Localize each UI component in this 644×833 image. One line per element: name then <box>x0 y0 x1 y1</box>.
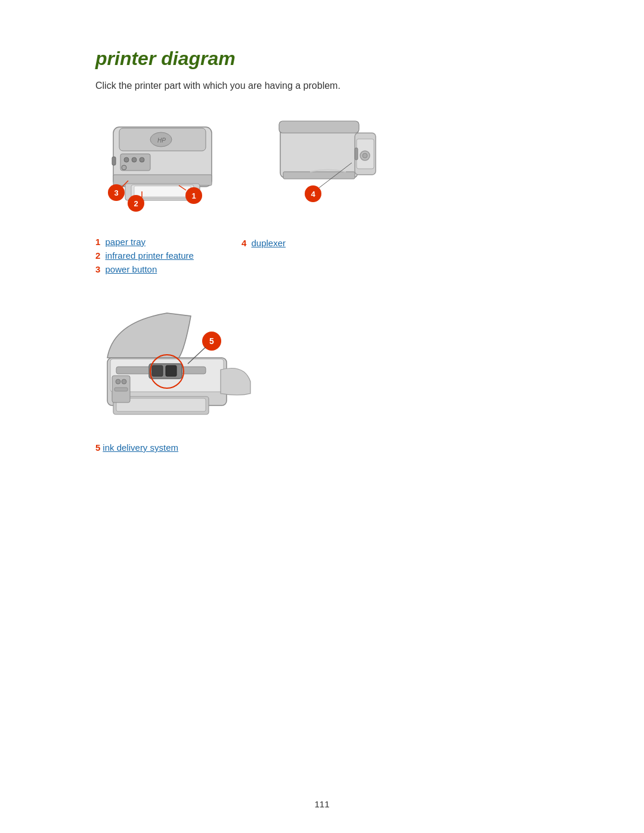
labels-right: 4 duplexer <box>242 237 286 274</box>
infrared-feature-link[interactable]: infrared printer feature <box>106 250 194 261</box>
svg-rect-46 <box>114 388 128 391</box>
svg-point-8 <box>122 165 126 170</box>
page-title: printer diagram <box>95 48 549 70</box>
svg-point-45 <box>122 379 126 384</box>
page-number: 111 <box>314 799 329 809</box>
svg-rect-40 <box>152 366 163 376</box>
svg-point-29 <box>363 153 367 158</box>
label-item-3: 3 power button <box>95 264 194 274</box>
printer-open-diagram: 5 <box>95 304 262 432</box>
svg-point-7 <box>140 157 144 162</box>
svg-text:HP: HP <box>157 137 166 144</box>
svg-text:1: 1 <box>191 191 196 200</box>
duplexer-link[interactable]: duplexer <box>251 238 286 248</box>
paper-tray-link[interactable]: paper tray <box>106 237 146 247</box>
printer-side-diagram: 4 <box>262 115 388 207</box>
printer-front-svg: HP 3 <box>95 115 227 216</box>
svg-rect-41 <box>166 366 177 376</box>
svg-rect-25 <box>283 172 355 179</box>
diagrams-top-row: HP 3 <box>95 115 549 219</box>
labels-left: 1 paper tray 2 infrared printer feature … <box>95 237 194 274</box>
printer-open-svg: 5 <box>95 304 262 429</box>
svg-text:3: 3 <box>114 188 118 197</box>
label-item-1: 1 paper tray <box>95 237 194 247</box>
svg-rect-30 <box>355 148 358 160</box>
label-item-5: 5 ink delivery system <box>95 442 549 453</box>
label-item-4: 4 duplexer <box>242 238 286 248</box>
svg-point-5 <box>124 157 129 162</box>
labels-section: 1 paper tray 2 infrared printer feature … <box>95 237 549 274</box>
printer-side-svg: 4 <box>262 115 388 205</box>
page-subtitle: Click the printer part with which you ar… <box>95 80 549 91</box>
printer-front-diagram: HP 3 <box>95 115 227 219</box>
power-button-link[interactable]: power button <box>106 264 157 274</box>
svg-rect-13 <box>112 157 116 165</box>
ink-delivery-link[interactable]: ink delivery system <box>103 442 178 453</box>
label-item-2: 2 infrared printer feature <box>95 250 194 261</box>
svg-rect-24 <box>279 121 359 133</box>
svg-point-44 <box>116 379 120 384</box>
svg-point-6 <box>132 157 137 162</box>
svg-text:5: 5 <box>209 336 214 346</box>
svg-text:2: 2 <box>134 199 138 208</box>
page-container: printer diagram Click the printer part w… <box>0 0 644 500</box>
svg-text:4: 4 <box>311 190 315 199</box>
